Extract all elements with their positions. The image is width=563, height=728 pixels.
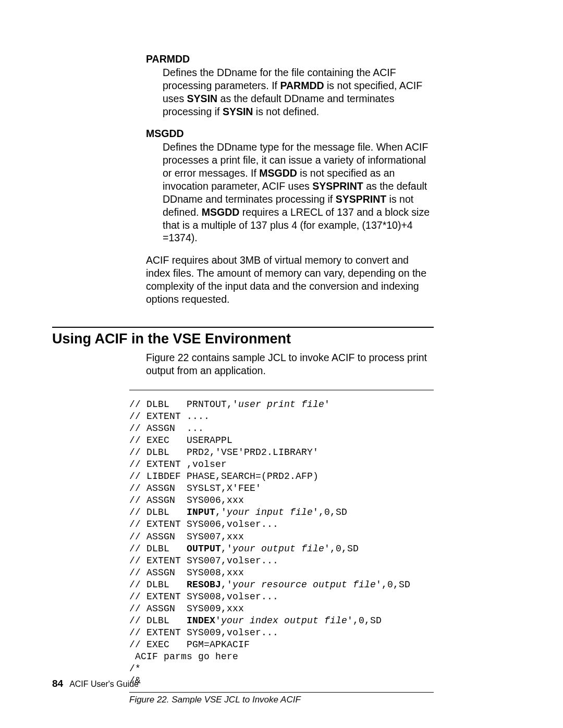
code-line: ',0,SD	[313, 507, 347, 517]
code-bold: OUTPUT	[187, 544, 221, 554]
code-ital: your input file	[227, 507, 313, 517]
code-line: // EXTENT ....	[129, 411, 210, 422]
code-bold: INDEX	[187, 615, 215, 626]
code-line: // ASSGN SYS006,xxx	[129, 495, 244, 505]
section-title: Using ACIF in the VSE Environment	[52, 331, 434, 347]
figure-rule-top	[129, 390, 434, 390]
section-rule	[52, 327, 434, 328]
code-line: ,'	[221, 579, 232, 590]
page: PARMDD Defines the DDname for the file c…	[0, 0, 563, 728]
code-line: '	[215, 615, 221, 626]
code-line: /*	[129, 663, 141, 674]
code-ital: your resource output file	[232, 579, 376, 590]
code-line: // DLBL	[129, 507, 187, 517]
code-line: // ASSGN ...	[129, 423, 204, 434]
code-line: ',0,SD	[324, 544, 359, 554]
desc-parmdd: Defines the DDname for the file containi…	[52, 66, 434, 118]
code-line: ,'	[221, 544, 232, 554]
code-line: // ASSGN SYS009,xxx	[129, 603, 244, 614]
code-line: // DLBL	[129, 544, 187, 554]
kw-sysprint1: SYSPRINT	[312, 180, 363, 192]
para-figure-intro: Figure 22 contains sample JCL to invoke …	[52, 351, 434, 377]
code-line: '	[324, 399, 330, 410]
footer-title: ACIF User's Guide	[69, 680, 139, 688]
para-memory: ACIF requires about 3MB of virtual memor…	[52, 254, 434, 306]
kw-parmdd: PARMDD	[280, 80, 324, 91]
figure-caption: Figure 22. Sample VSE JCL to Invoke ACIF	[129, 695, 434, 705]
code-line: // ASSGN SYS008,xxx	[129, 567, 244, 578]
code-line: // EXTENT SYS008,volser...	[129, 591, 278, 602]
code-line: ',0,SD	[376, 579, 410, 590]
page-number: 84	[52, 678, 63, 689]
kw-sysin: SYSIN	[187, 93, 218, 104]
term-parmdd: PARMDD	[52, 53, 434, 65]
kw-msgdd1: MSGDD	[259, 167, 297, 179]
code-line: // ASSGN SYS007,xxx	[129, 532, 244, 542]
figure-rule-bottom	[129, 692, 434, 693]
code-ital: your output file	[232, 544, 324, 554]
code-line: ',0,SD	[347, 615, 382, 626]
term-msgdd: MSGDD	[52, 128, 434, 140]
code-line: // DLBL	[129, 579, 187, 590]
code-line: // DLBL PRD2,'VSE'PRD2.LIBRARY'	[129, 447, 319, 458]
code-bold: RESOBJ	[187, 579, 221, 590]
code-line: ACIF parms go here	[129, 651, 238, 662]
code-ital: your index output file	[221, 615, 347, 626]
text: is not defined.	[253, 106, 319, 117]
code-line: // ASSGN SYSLST,X'FEE'	[129, 483, 261, 493]
code-line: ,'	[215, 507, 227, 517]
code-line: // EXEC USERAPPL	[129, 435, 232, 446]
code-line: // DLBL	[129, 615, 187, 626]
page-footer: 84ACIF User's Guide	[52, 678, 139, 689]
code-line: // EXTENT SYS009,volser...	[129, 627, 278, 638]
kw-sysprint2: SYSPRINT	[336, 193, 387, 205]
code-ital: user print file	[238, 399, 324, 410]
code-bold: INPUT	[187, 507, 215, 517]
code-line: // EXTENT SYS007,volser...	[129, 556, 278, 566]
kw-sysin2: SYSIN	[223, 106, 253, 117]
code-listing: // DLBL PRNTOUT,'user print file' // EXT…	[129, 399, 434, 687]
desc-msgdd: Defines the DDname type for the message …	[52, 141, 434, 245]
code-line: // EXTENT SYS006,volser...	[129, 519, 278, 529]
kw-msgdd2: MSGDD	[202, 206, 240, 218]
code-line: // EXTENT ,volser	[129, 459, 227, 470]
code-line: // DLBL PRNTOUT,'	[129, 399, 238, 410]
code-line: // EXEC PGM=APKACIF	[129, 639, 250, 650]
code-line: // LIBDEF PHASE,SEARCH=(PRD2.AFP)	[129, 471, 319, 482]
